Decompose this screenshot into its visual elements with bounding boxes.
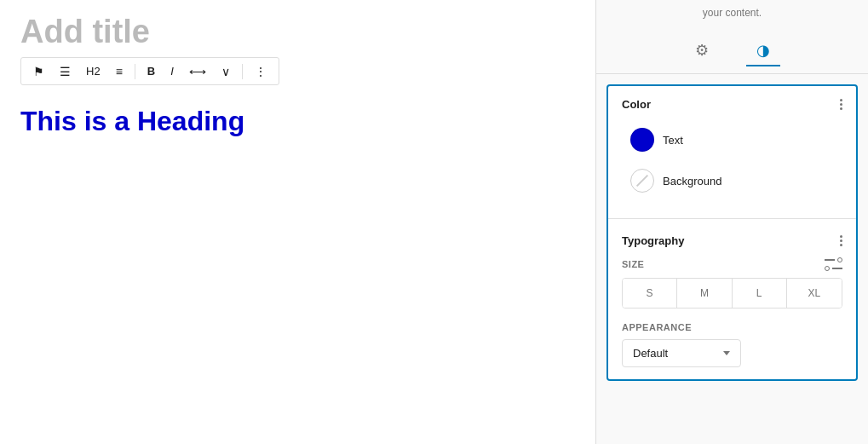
panel-top-text: your content. [596, 0, 868, 29]
bg-color-swatch [630, 169, 654, 193]
editor-title[interactable]: Add title [0, 0, 595, 57]
list-icon: ☰ [60, 66, 71, 78]
bookmark-icon: ⚑ [33, 66, 44, 78]
appearance-select-text: Default [633, 347, 668, 360]
typo-dot2 [840, 239, 842, 242]
typography-more-button[interactable] [840, 235, 842, 246]
italic-label: I [170, 65, 174, 78]
bold-label: B [147, 65, 155, 78]
size-controls-icon[interactable] [825, 257, 842, 271]
more-icon: ⋮ [255, 66, 267, 78]
settings-panel: your content. ⚙ ◑ Color Text [595, 0, 868, 444]
bold-button[interactable]: B [142, 61, 160, 81]
appearance-label: APPEARANCE [622, 322, 842, 332]
typography-section-header: Typography [622, 234, 842, 247]
tab-styles[interactable]: ◑ [746, 36, 780, 66]
color-section-title: Color [622, 98, 651, 111]
toolbar: ⚑ ☰ H2 ≡ B I ⟷ ∨ ⋮ [20, 57, 279, 85]
toolbar-divider-1 [135, 64, 135, 79]
color-more-button[interactable] [840, 99, 842, 110]
tab-settings[interactable]: ⚙ [685, 36, 719, 66]
typography-section: Typography SIZE [608, 222, 856, 379]
styles-tab-icon: ◑ [756, 42, 770, 59]
color-section: Color Text Background [608, 86, 856, 215]
dot2 [840, 103, 842, 106]
color-option-background[interactable]: Background [622, 162, 842, 199]
size-btn-l[interactable]: L [733, 279, 787, 308]
size-label-text: SIZE [622, 259, 644, 269]
editor-area: Add title ⚑ ☰ H2 ≡ B I ⟷ ∨ ⋮ This is [0, 0, 595, 444]
text-color-label: Text [663, 134, 683, 147]
size-buttons: S M L XL [622, 278, 842, 308]
heading-level-button[interactable]: H2 [81, 61, 106, 81]
dot1 [840, 99, 842, 101]
more-button[interactable]: ⋮ [250, 62, 272, 81]
size-btn-s[interactable]: S [623, 279, 677, 308]
chevron-down-icon [723, 351, 730, 355]
list-button[interactable]: ☰ [55, 62, 76, 81]
bookmark-button[interactable]: ⚑ [28, 62, 49, 81]
chevron-button[interactable]: ∨ [216, 62, 235, 81]
typography-section-title: Typography [622, 234, 684, 247]
link-button[interactable]: ⟷ [184, 62, 211, 81]
bg-color-label: Background [663, 175, 721, 187]
size-btn-m[interactable]: M [677, 279, 732, 308]
italic-button[interactable]: I [165, 61, 179, 81]
chevron-icon: ∨ [221, 66, 230, 78]
align-icon: ≡ [116, 66, 123, 78]
color-option-text[interactable]: Text [622, 121, 842, 159]
panel-tabs: ⚙ ◑ [596, 29, 868, 74]
heading-text[interactable]: This is a Heading [0, 99, 595, 144]
size-btn-xl[interactable]: XL [787, 279, 842, 308]
typo-dot1 [840, 235, 842, 238]
settings-tab-icon: ⚙ [695, 42, 709, 59]
color-section-header: Color [622, 98, 842, 111]
text-color-swatch [630, 128, 654, 152]
toolbar-divider-2 [242, 64, 243, 79]
heading-level-label: H2 [86, 65, 101, 78]
appearance-select[interactable]: Default [622, 339, 741, 367]
align-button[interactable]: ≡ [111, 62, 128, 81]
section-divider [608, 218, 856, 219]
settings-container: Color Text Background Typography [606, 84, 858, 381]
link-icon: ⟷ [189, 66, 206, 78]
size-label: SIZE [622, 257, 842, 271]
typo-dot3 [840, 244, 842, 246]
dot3 [840, 107, 842, 110]
